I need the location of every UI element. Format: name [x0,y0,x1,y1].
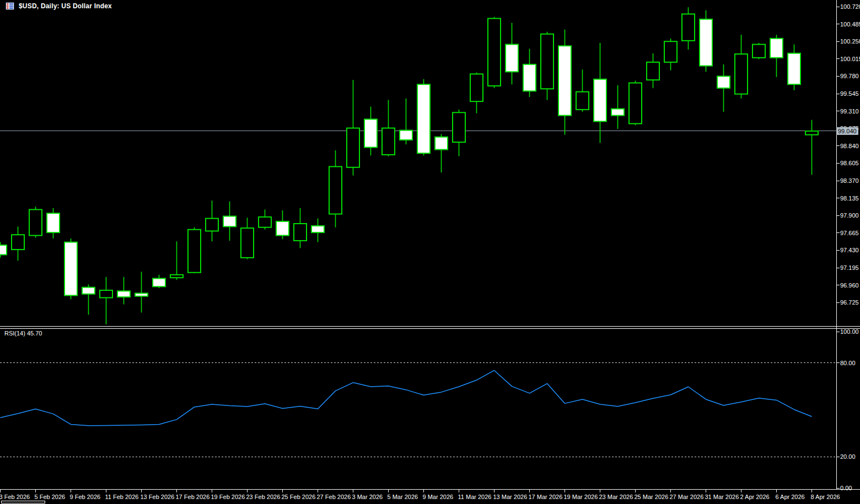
candlestick [223,202,236,241]
candle-body [488,19,501,86]
candle-body [594,79,606,122]
rsi-pane[interactable] [0,363,836,457]
candle-body [523,64,536,91]
candlestick [805,120,818,175]
candlestick [523,49,536,97]
price-axis-label: 98.840 [840,143,859,149]
date-label: 17 Mar 2026 [529,494,563,500]
date-label: 11 Feb 2026 [105,494,139,500]
date-label: 3 Mar 2026 [352,494,383,500]
chart-canvas[interactable]: 100.720100.485100.250100.01599.78099.545… [0,0,860,504]
bid-price-tag-label: 99.040 [838,128,857,134]
candlestick [629,80,642,125]
candle-body [717,76,730,88]
candle-body [47,213,60,232]
candlestick [294,208,307,248]
candle-body [576,92,589,110]
candlestick [100,277,112,324]
candle-body [206,219,218,231]
main-chart-pane[interactable] [0,7,836,324]
date-label: 3 Feb 2026 [0,494,30,500]
rsi-axis-label: 80.00 [840,360,856,366]
candle-body [611,109,624,116]
candlestick [206,200,218,241]
price-axis-label: 99.780 [840,73,859,79]
date-label: 9 Mar 2026 [423,494,454,500]
candle-body [311,226,324,232]
candlestick [0,242,7,258]
date-label: 23 Feb 2026 [246,494,281,500]
candlestick [12,226,24,261]
candlestick [64,239,77,299]
date-label: 25 Mar 2026 [635,494,669,500]
candlestick [682,7,695,50]
candle-body [276,221,289,236]
candle-body [82,288,95,294]
price-axis-label: 97.195 [840,264,859,271]
candle-body [664,41,677,62]
candlestick [453,110,465,156]
date-label: 5 Feb 2026 [35,494,66,500]
candle-body [153,278,165,286]
candle-body [117,291,130,297]
candlestick [417,79,430,156]
candlestick [329,150,342,227]
candle-body [788,53,800,84]
candlestick [188,227,201,273]
price-axis-label: 98.605 [840,160,859,166]
price-axis-label: 97.665 [840,230,859,236]
price-axis[interactable]: 100.720100.485100.250100.01599.78099.545… [836,3,860,491]
date-label: 17 Feb 2026 [176,494,210,500]
candle-body [541,34,553,89]
candle-body [470,74,483,101]
candlestick [541,32,553,100]
candle-body [453,112,465,142]
candle-body [170,275,183,278]
chart-chrome [0,0,860,490]
candle-body [135,293,148,296]
candlestick [752,43,765,59]
candle-body [682,14,695,40]
date-label: 11 Mar 2026 [458,494,492,500]
candle-body [364,119,377,147]
price-axis-label: 100.720 [840,3,860,10]
price-axis-label: 97.900 [840,212,859,219]
date-label: 25 Feb 2026 [282,494,316,500]
date-label: 2 Apr 2026 [740,494,770,500]
chart-title-bar: $USD, Daily: US Dollar Index [6,2,112,10]
date-label: 8 Apr 2026 [811,494,840,500]
candle-body [417,84,430,153]
candle-body [735,54,748,94]
horizontal-scrollbar-thumb[interactable] [1,501,45,503]
candle-body [64,242,77,296]
date-label: 23 Mar 2026 [599,494,633,500]
time-axis[interactable]: 3 Feb 20265 Feb 20269 Feb 202611 Feb 202… [0,489,840,500]
price-axis-label: 96.725 [840,299,859,306]
chart-title: $USD, Daily: US Dollar Index [19,2,112,10]
candlestick [135,272,148,312]
candlestick [735,35,748,99]
candlestick [153,275,165,288]
candlestick [241,218,254,259]
candlestick [47,208,60,239]
rsi-axis-label: 20.00 [840,453,856,460]
candle-body [558,46,571,115]
rsi-axis-label: 0.00 [840,485,852,491]
price-axis-label: 100.485 [840,21,860,28]
candlestick [488,17,501,88]
candle-body [329,166,342,214]
candle-body [223,216,236,227]
date-label: 5 Mar 2026 [388,494,418,500]
date-label: 13 Feb 2026 [141,494,175,500]
date-label: 19 Mar 2026 [564,494,598,500]
candlestick [364,107,377,156]
bid-price-tag: 99.040 [836,127,858,135]
price-axis-label: 100.250 [840,38,860,45]
date-label: 27 Feb 2026 [317,494,351,500]
price-axis-label: 98.370 [840,177,859,184]
candle-body [259,217,271,227]
candle-body [770,39,783,58]
candle-body [29,209,42,235]
candlestick [647,53,659,88]
price-axis-label: 100.015 [840,56,860,62]
